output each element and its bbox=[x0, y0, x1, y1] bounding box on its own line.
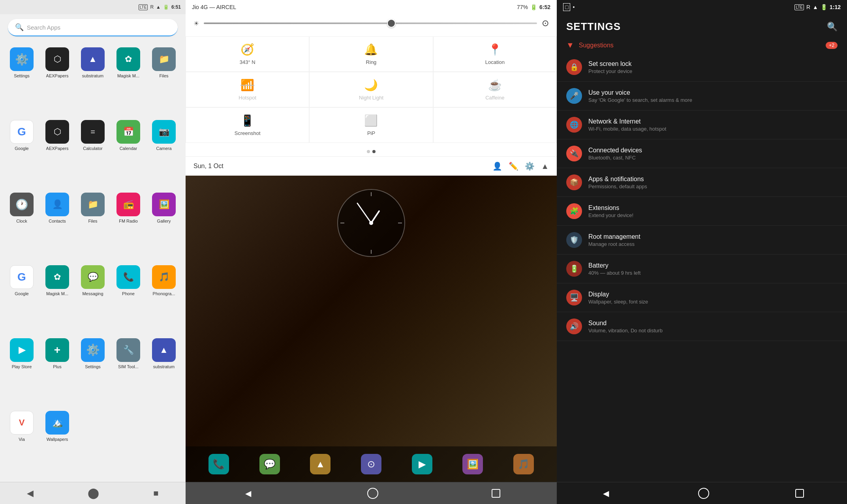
brightness-slider[interactable] bbox=[204, 22, 537, 24]
lte-indicator: LTE bbox=[139, 4, 148, 10]
app-files2[interactable]: 📁 Files bbox=[76, 189, 110, 260]
settings-item-extensions[interactable]: 🧩 Extensions Extend your device! bbox=[557, 197, 847, 226]
qs-tile-compass[interactable]: 🧭 343° N bbox=[186, 36, 309, 72]
app-label-google: Google bbox=[15, 146, 28, 151]
app-calendar[interactable]: 📅 Calendar bbox=[111, 117, 145, 188]
recents-button-left[interactable]: ■ bbox=[150, 485, 162, 502]
chevron-down-icon: ▼ bbox=[566, 41, 574, 50]
dock-camera[interactable]: ⊙ bbox=[361, 454, 381, 474]
qs-tile-night-light[interactable]: 🌙 Night Light bbox=[309, 72, 433, 107]
settings-item-root[interactable]: 🛡️ Root management Manage root access bbox=[557, 226, 847, 255]
back-button-mid[interactable]: ◀ bbox=[242, 485, 254, 501]
svg-point-7 bbox=[369, 221, 373, 225]
collapse-icon[interactable]: ▲ bbox=[541, 162, 549, 171]
app-icon-magisk: ✿ bbox=[116, 47, 140, 71]
app-files[interactable]: 📁 Files bbox=[147, 44, 181, 115]
qs-tile-hotspot[interactable]: 📶 Hotspot bbox=[186, 72, 309, 107]
root-icon-wrap: 🛡️ bbox=[566, 232, 582, 248]
app-substratum2[interactable]: ▲ substratum bbox=[147, 335, 181, 406]
qs-label-caffeine: Caffeine bbox=[485, 95, 504, 101]
app-messaging[interactable]: 💬 Messaging bbox=[76, 262, 110, 333]
settings-item-apps[interactable]: 📦 Apps & notifications Permissions, defa… bbox=[557, 168, 847, 197]
sound-subtitle: Volume, vibration, Do not disturb bbox=[588, 328, 838, 334]
home-button-left[interactable]: ⬤ bbox=[85, 484, 102, 502]
network-icon: 🌐 bbox=[570, 120, 578, 129]
connected-icon-wrap: 🔌 bbox=[566, 146, 582, 161]
app-magisk2[interactable]: ✿ Magisk M... bbox=[40, 262, 74, 333]
app-label-google2: Google bbox=[15, 291, 28, 296]
dock-playstore[interactable]: ▶ bbox=[412, 454, 432, 474]
settings-list: 🔒 Set screen lock Protect your device 🎤 … bbox=[557, 53, 847, 482]
dock-phone[interactable]: 📞 bbox=[208, 454, 229, 474]
extensions-icon-wrap: 🧩 bbox=[566, 203, 582, 219]
settings-item-voice[interactable]: 🎤 Use your voice Say 'Ok Google' to sear… bbox=[557, 82, 847, 111]
app-google[interactable]: G Google bbox=[5, 117, 39, 188]
app-aexpapers2[interactable]: ⬡ AEXPapers bbox=[40, 117, 74, 188]
sound-title: Sound bbox=[588, 320, 838, 327]
dock-maps[interactable]: ▲ bbox=[310, 454, 331, 474]
app-calculator[interactable]: = Calculator bbox=[76, 117, 110, 188]
app-camera[interactable]: 📷 Camera bbox=[147, 117, 181, 188]
settings-item-display[interactable]: 🖥️ Display Wallpaper, sleep, font size bbox=[557, 283, 847, 312]
account-icon[interactable]: 👤 bbox=[492, 161, 502, 171]
settings-search-icon[interactable]: 🔍 bbox=[827, 22, 838, 32]
app-settings2[interactable]: ⚙️ Settings bbox=[76, 335, 110, 406]
brightness-thumb[interactable] bbox=[387, 19, 396, 28]
display-subtitle: Wallpaper, sleep, font size bbox=[588, 299, 838, 305]
app-clock[interactable]: 🕐 Clock bbox=[5, 189, 39, 260]
home-button-mid[interactable] bbox=[367, 488, 378, 499]
app-phonograph[interactable]: 🎵 Phonogra... bbox=[147, 262, 181, 333]
app-fmradio[interactable]: 📻 FM Radio bbox=[111, 189, 145, 260]
settings-icon-qs[interactable]: ⚙️ bbox=[525, 161, 535, 171]
qs-label-screenshot: Screenshot bbox=[235, 130, 261, 136]
apps-icon-wrap: 📦 bbox=[566, 174, 582, 190]
time-mid: 6:52 bbox=[539, 4, 550, 10]
recents-button-right[interactable] bbox=[795, 489, 804, 498]
qs-tile-pip[interactable]: ⬜ PiP bbox=[309, 107, 433, 143]
qs-tile-caffeine[interactable]: ☕ Caffeine bbox=[433, 72, 557, 107]
settings-item-network[interactable]: 🌐 Network & Internet Wi-Fi, mobile, data… bbox=[557, 111, 847, 139]
settings-item-sound[interactable]: 🔊 Sound Volume, vibration, Do not distur… bbox=[557, 312, 847, 341]
app-wallpapers[interactable]: 🏔️ Wallpapers bbox=[40, 408, 74, 479]
app-via[interactable]: V Via bbox=[5, 408, 39, 479]
settings-item-connected[interactable]: 🔌 Connected devices Bluetooth, cast, NFC bbox=[557, 139, 847, 168]
qs-tile-location[interactable]: 📍 Location bbox=[433, 36, 557, 72]
app-contacts[interactable]: 👤 Contacts bbox=[40, 189, 74, 260]
qs-tile-ring[interactable]: 🔔 Ring bbox=[309, 36, 433, 72]
time-left: 6:51 bbox=[171, 4, 181, 10]
qs-label-ring: Ring bbox=[366, 59, 377, 65]
back-button-right[interactable]: ◀ bbox=[600, 485, 612, 501]
extensions-icon: 🧩 bbox=[570, 207, 578, 215]
app-label-phonograph: Phonogra... bbox=[153, 291, 175, 296]
search-bar[interactable]: 🔍 Search Apps bbox=[8, 19, 178, 36]
app-simtool[interactable]: 🔧 SIM Tool... bbox=[111, 335, 145, 406]
app-settings[interactable]: ⚙️ Settings bbox=[5, 44, 39, 115]
settings-item-battery[interactable]: 🔋 Battery 40% — about 9 hrs left bbox=[557, 255, 847, 283]
time-right: 1:12 bbox=[830, 4, 841, 10]
dock-messaging[interactable]: 💬 bbox=[259, 454, 280, 474]
dock-phonograph[interactable]: 🎵 bbox=[513, 454, 534, 474]
dock-gallery[interactable]: 🖼️ bbox=[462, 454, 483, 474]
app-magisk[interactable]: ✿ Magisk M... bbox=[111, 44, 145, 115]
brightness-control[interactable]: ☀ ⊙ bbox=[186, 14, 557, 32]
home-button-right[interactable] bbox=[698, 488, 709, 499]
suggestions-row[interactable]: ▼ Suggestions +2 bbox=[557, 37, 847, 53]
app-plus[interactable]: + Plus bbox=[40, 335, 74, 406]
settings-item-screen-lock[interactable]: 🔒 Set screen lock Protect your device bbox=[557, 53, 847, 82]
app-aexpapers[interactable]: ⬡ AEXPapers bbox=[40, 44, 74, 115]
qs-tile-screenshot[interactable]: 📱 Screenshot bbox=[186, 107, 309, 143]
app-gallery[interactable]: 🖼️ Gallery bbox=[147, 189, 181, 260]
app-google2[interactable]: G Google bbox=[5, 262, 39, 333]
app-substratum[interactable]: ▲ substratum bbox=[76, 44, 110, 115]
hotspot-icon: 📶 bbox=[240, 79, 254, 92]
edit-icon[interactable]: ✏️ bbox=[509, 161, 518, 171]
app-label-messaging: Messaging bbox=[82, 291, 103, 296]
app-playstore[interactable]: ▶ Play Store bbox=[5, 335, 39, 406]
app-icon-substratum2: ▲ bbox=[152, 338, 176, 362]
app-icon-via: V bbox=[10, 411, 34, 435]
app-phone[interactable]: 📞 Phone bbox=[111, 262, 145, 333]
recents-button-mid[interactable] bbox=[492, 489, 500, 498]
qs-label-location: Location bbox=[485, 59, 505, 65]
back-button-left[interactable]: ◀ bbox=[24, 485, 37, 502]
app-icon-calculator: = bbox=[81, 120, 105, 144]
